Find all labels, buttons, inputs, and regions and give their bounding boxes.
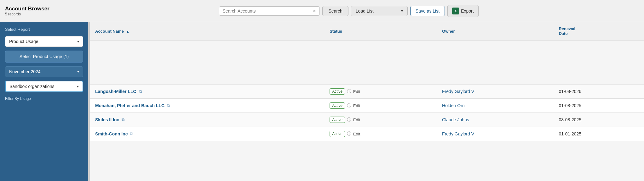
renewal-date-value: 01-08-2025 (559, 103, 581, 108)
status-badge: Active (330, 88, 345, 95)
clear-search-icon[interactable]: ✕ (313, 8, 316, 14)
content-area: Account Name ▲ Status Owner RenewalDate … (90, 22, 644, 181)
select-product-usage-button[interactable]: Select Product Usage (1) (5, 51, 83, 63)
owner-cell: Holden Orn (437, 99, 554, 113)
app-title-section: Account Browser 5 records (5, 6, 55, 16)
status-badge: Active (330, 102, 345, 109)
edit-link[interactable]: Edit (353, 103, 360, 108)
owner-link[interactable]: Fredy Gaylord V (442, 131, 474, 136)
owner-link[interactable]: Fredy Gaylord V (442, 89, 474, 94)
sort-arrow-icon: ▲ (126, 30, 129, 33)
renewal-date-cell: 08-08-2025 (554, 113, 644, 127)
sandbox-dropdown[interactable]: Sandbox organizations ▾ (5, 81, 83, 92)
external-link-icon[interactable]: ⧉ (167, 103, 170, 108)
search-button[interactable]: Search (322, 6, 348, 16)
edit-link[interactable]: Edit (353, 89, 360, 94)
help-icon[interactable]: ⓘ (347, 117, 351, 123)
renewal-date-value: 08-08-2025 (559, 117, 581, 122)
owner-cell: Fredy Gaylord V (437, 85, 554, 99)
account-name-cell: Monahan, Pfeffer and Bauch LLC ⧉ (90, 99, 325, 113)
edit-link[interactable]: Edit (353, 118, 360, 122)
col-header-status[interactable]: Status (325, 22, 437, 41)
main-layout: Select Report Product Usage ▾ Select Pro… (0, 22, 644, 181)
account-name-link[interactable]: Skiles II Inc (95, 117, 119, 122)
status-cell: Active ⓘ Edit (325, 127, 437, 141)
owner-link[interactable]: Claude Johns (442, 117, 469, 122)
export-label: Export (461, 8, 474, 14)
export-button[interactable]: X Export (447, 5, 478, 17)
report-dropdown-chevron-icon: ▾ (77, 39, 79, 44)
top-bar-controls: ✕ Search Load List ▾ Save as List X Expo… (59, 5, 639, 17)
table-header-row: Account Name ▲ Status Owner RenewalDate (90, 22, 644, 41)
external-link-icon[interactable]: ⧉ (130, 131, 133, 136)
external-link-icon[interactable]: ⧉ (139, 89, 142, 94)
sandbox-dropdown-value: Sandbox organizations (9, 84, 54, 89)
empty-spacer-row (90, 41, 644, 85)
month-dropdown-value: November 2024 (9, 69, 41, 74)
help-icon[interactable]: ⓘ (347, 131, 351, 137)
col-header-renewal-date[interactable]: RenewalDate (554, 22, 644, 41)
month-dropdown-chevron-icon: ▾ (77, 69, 79, 74)
load-list-button[interactable]: Load List ▾ (351, 6, 408, 16)
status-cell: Active ⓘ Edit (325, 113, 437, 127)
account-name-cell: Smith-Conn Inc ⧉ (90, 127, 325, 141)
table-row: Langosh-Miller LLC ⧉ Active ⓘ Edit Fredy… (90, 85, 644, 99)
app-title: Account Browser (5, 6, 55, 12)
help-icon[interactable]: ⓘ (347, 103, 351, 108)
account-name-link[interactable]: Monahan, Pfeffer and Bauch LLC (95, 103, 164, 108)
report-dropdown-value: Product Usage (9, 39, 38, 44)
renewal-date-cell: 01-01-2025 (554, 127, 644, 141)
status-badge: Active (330, 131, 345, 137)
owner-cell: Claude Johns (437, 113, 554, 127)
table-row: Monahan, Pfeffer and Bauch LLC ⧉ Active … (90, 99, 644, 113)
report-dropdown[interactable]: Product Usage ▾ (5, 36, 83, 47)
col-header-account-name[interactable]: Account Name ▲ (90, 22, 325, 41)
load-list-label: Load List (356, 8, 374, 14)
owner-link[interactable]: Holden Orn (442, 103, 465, 108)
select-report-label: Select Report (5, 27, 83, 32)
help-icon[interactable]: ⓘ (347, 89, 351, 94)
account-name-cell: Skiles II Inc ⧉ (90, 113, 325, 127)
record-count: 5 records (5, 12, 55, 16)
owner-cell: Fredy Gaylord V (437, 127, 554, 141)
renewal-date-cell: 01-08-2025 (554, 99, 644, 113)
filter-by-usage-label: Filter By Usage (5, 96, 83, 101)
table-row: Skiles II Inc ⧉ Active ⓘ Edit Claude Joh… (90, 113, 644, 127)
search-box[interactable]: ✕ (219, 6, 320, 16)
accounts-table: Account Name ▲ Status Owner RenewalDate … (90, 22, 644, 141)
edit-link[interactable]: Edit (353, 132, 360, 136)
month-dropdown[interactable]: November 2024 ▾ (5, 66, 83, 77)
account-name-link[interactable]: Smith-Conn Inc (95, 131, 128, 136)
status-cell: Active ⓘ Edit (325, 85, 437, 99)
account-name-cell: Langosh-Miller LLC ⧉ (90, 85, 325, 99)
table-row: Smith-Conn Inc ⧉ Active ⓘ Edit Fredy Gay… (90, 127, 644, 141)
renewal-date-value: 01-08-2026 (559, 89, 581, 94)
top-bar: Account Browser 5 records ✕ Search Load … (0, 0, 644, 22)
renewal-date-cell: 01-08-2026 (554, 85, 644, 99)
external-link-icon[interactable]: ⧉ (122, 117, 124, 122)
search-input[interactable] (222, 8, 311, 14)
sandbox-dropdown-chevron-icon: ▾ (77, 84, 79, 89)
renewal-date-value: 01-01-2025 (559, 131, 581, 136)
sidebar: Select Report Product Usage ▾ Select Pro… (0, 22, 88, 181)
status-cell: Active ⓘ Edit (325, 99, 437, 113)
status-badge: Active (330, 117, 345, 123)
excel-icon: X (452, 8, 459, 14)
account-name-link[interactable]: Langosh-Miller LLC (95, 89, 136, 94)
col-header-owner[interactable]: Owner (437, 22, 554, 41)
load-list-chevron-icon: ▾ (401, 9, 403, 13)
save-list-button[interactable]: Save as List (410, 6, 445, 16)
